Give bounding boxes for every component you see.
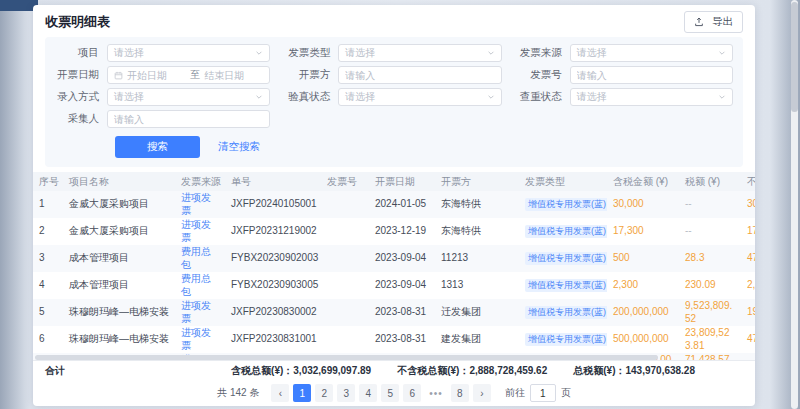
invoice-no-label: 发票号 <box>512 68 570 82</box>
cell-no: 3 <box>33 245 63 272</box>
invoice-date-label: 开票日期 <box>49 68 107 82</box>
cell-project: 金威大厦采购项目 <box>63 218 175 245</box>
cell-type: 增值税专用发票(蓝) <box>519 272 607 299</box>
cell-net: 471.7 <box>741 245 755 272</box>
cell-no: 6 <box>33 326 63 353</box>
invoice-no-input[interactable] <box>577 70 726 81</box>
total-tax-value: 143,970,638.28 <box>625 365 695 376</box>
cell-tax: -- <box>679 218 741 245</box>
cell-net: 190,476,190.48 <box>741 299 755 326</box>
cell-amount: 30,000 <box>607 191 679 218</box>
scrollbar-thumb[interactable] <box>35 355 658 360</box>
invoice-source-label: 发票来源 <box>512 46 570 60</box>
page-button-6[interactable]: 6 <box>403 384 421 402</box>
page-button-4[interactable]: 4 <box>359 384 377 402</box>
cell-project: 珠穆朗玛峰—电梯安装 <box>63 299 175 326</box>
cell-issuer: 东海特供 <box>435 218 519 245</box>
invoice-type-tag: 增值税专用发票(蓝) <box>525 333 607 346</box>
cell-source: 进项发票 <box>175 191 225 218</box>
field-invoice-date: 开票日期 至 <box>49 66 270 84</box>
cell-date: 2023-09-04 <box>369 245 435 272</box>
total-excl-tax: 不含税总额(¥)：2,888,728,459.62 <box>397 364 547 378</box>
page-button-5[interactable]: 5 <box>381 384 399 402</box>
cell-no: 2 <box>33 218 63 245</box>
pagination: 共 142 条 ‹ 1 2 3 4 5 6 ••• 8 › 前往 页 <box>33 380 755 406</box>
scrollbar-thumb[interactable] <box>791 2 798 112</box>
table-horizontal-scrollbar[interactable] <box>35 355 743 360</box>
collector-label: 采集人 <box>49 112 107 126</box>
cell-project: 成本管理项目 <box>63 245 175 272</box>
col-tax: 税额 (¥) <box>679 172 741 191</box>
collector-input[interactable] <box>114 114 263 125</box>
next-page-button[interactable]: › <box>473 384 491 402</box>
field-invoice-source: 发票来源 请选择 <box>512 44 733 62</box>
end-date-input[interactable] <box>204 70 263 81</box>
table-row[interactable]: 6 珠穆朗玛峰—电梯安装 进项发票 JXFP20230831001 2023-0… <box>33 326 755 353</box>
invoice-type-tag: 增值税专用发票(蓝) <box>525 198 607 211</box>
field-project: 项目 请选择 <box>49 44 270 62</box>
invoice-source-placeholder: 请选择 <box>577 46 607 60</box>
issuer-label: 开票方 <box>280 68 338 82</box>
cell-issuer: 建发集团 <box>435 326 519 353</box>
page-button-2[interactable]: 2 <box>315 384 333 402</box>
cell-type: 增值税专用发票(蓝) <box>519 191 607 218</box>
issuer-input-wrap <box>338 66 501 84</box>
cell-order: FYBX20230902003 <box>225 245 321 272</box>
total-incl-tax-value: 3,032,699,097.89 <box>293 365 371 376</box>
col-source: 发票来源 <box>175 172 225 191</box>
clear-search-button[interactable]: 清空搜索 <box>218 140 260 154</box>
start-date-input[interactable] <box>127 70 186 81</box>
table-row[interactable]: 5 珠穆朗玛峰—电梯安装 进项发票 JXFP20230830002 2023-0… <box>33 299 755 326</box>
verify-status-select[interactable]: 请选择 <box>338 88 501 106</box>
page-button-1[interactable]: 1 <box>293 384 311 402</box>
export-button[interactable]: 导出 <box>684 11 743 33</box>
entry-method-select[interactable]: 请选择 <box>107 88 270 106</box>
cell-order: FYBX20230903005 <box>225 272 321 299</box>
prev-page-button[interactable]: ‹ <box>271 384 289 402</box>
page-button-3[interactable]: 3 <box>337 384 355 402</box>
cell-net: 476,190,476.19 <box>741 326 755 353</box>
page-vertical-scrollbar[interactable] <box>791 0 798 409</box>
export-icon <box>694 17 704 27</box>
page-button-last[interactable]: 8 <box>451 384 469 402</box>
more-pages-icon[interactable]: ••• <box>425 384 447 402</box>
cell-date: 2023-08-31 <box>369 326 435 353</box>
table-row[interactable]: 4 成本管理项目 费用总包 FYBX20230903005 2023-09-04… <box>33 272 755 299</box>
col-type: 发票类型 <box>519 172 607 191</box>
table-row[interactable]: 1 金威大厦采购项目 进项发票 JXFP20240105001 2024-01-… <box>33 191 755 218</box>
cell-invoice <box>321 272 369 299</box>
search-button[interactable]: 搜索 <box>115 136 200 158</box>
goto-page-input[interactable] <box>530 384 556 402</box>
col-invoice: 发票号 <box>321 172 369 191</box>
chevron-down-icon <box>255 93 263 101</box>
invoice-date-range[interactable]: 至 <box>107 66 270 84</box>
entry-method-label: 录入方式 <box>49 90 107 104</box>
cell-amount: 200,000,000 <box>607 299 679 326</box>
invoice-type-select[interactable]: 请选择 <box>338 44 501 62</box>
cell-tax: 9,523,809.52 <box>679 299 741 326</box>
cell-net: 17,300 <box>741 218 755 245</box>
invoice-type-tag: 增值税专用发票(蓝) <box>525 279 607 292</box>
issuer-input[interactable] <box>345 70 494 81</box>
col-date: 开票日期 <box>369 172 435 191</box>
verify-status-label: 验真状态 <box>280 90 338 104</box>
cell-net: 2,069.91 <box>741 272 755 299</box>
chevron-down-icon <box>718 93 726 101</box>
invoice-source-select[interactable]: 请选择 <box>570 44 733 62</box>
cell-no: 1 <box>33 191 63 218</box>
invoice-table: 序号 项目名称 发票来源 单号 发票号 开票日期 开票方 发票类型 含税金额 (… <box>33 172 755 360</box>
field-issuer: 开票方 <box>280 66 501 84</box>
table-row[interactable]: 3 成本管理项目 费用总包 FYBX20230902003 2023-09-04… <box>33 245 755 272</box>
cell-type: 增值税专用发票(蓝) <box>519 218 607 245</box>
table-row[interactable]: 2 金威大厦采购项目 进项发票 JXFP20231219002 2023-12-… <box>33 218 755 245</box>
page-title: 收票明细表 <box>45 13 110 31</box>
cell-project: 珠穆朗玛峰—电梯安装 <box>63 326 175 353</box>
cell-net: 1,428,571,428.57 <box>741 353 755 360</box>
cell-issuer: 迁发集团 <box>435 299 519 326</box>
cell-order: JXFP20230830002 <box>225 299 321 326</box>
dup-status-select[interactable]: 请选择 <box>570 88 733 106</box>
project-placeholder: 请选择 <box>114 46 144 60</box>
cell-order: JXFP20240105001 <box>225 191 321 218</box>
project-select[interactable]: 请选择 <box>107 44 270 62</box>
field-invoice-type: 发票类型 请选择 <box>280 44 501 62</box>
